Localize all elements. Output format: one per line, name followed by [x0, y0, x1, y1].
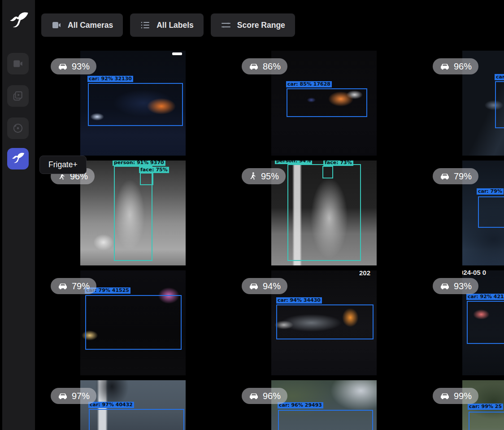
all-cameras-button[interactable]: All Cameras	[41, 13, 123, 37]
detection-card[interactable]: person: 91% 9370face: 75%96%	[42, 161, 233, 265]
score-label: 79%	[454, 171, 472, 182]
snapshot-image[interactable]: person: 91% 9370face: 75%	[80, 161, 186, 265]
filter-bar: All Cameras All Labels Score Range	[41, 13, 295, 37]
bbox	[287, 88, 367, 117]
sidebar-item-review[interactable]	[7, 85, 29, 107]
car-icon	[439, 171, 450, 182]
bbox-label: car: 97% 40432	[88, 402, 134, 408]
timestamp-overlay: 024-05 0	[462, 270, 486, 276]
frigate-plus-tooltip: Frigate+	[39, 156, 87, 174]
camera-icon	[12, 58, 24, 69]
bbox-label: face: 75%	[139, 167, 169, 173]
snapshot-image[interactable]: person: 94%face: 73%	[271, 161, 377, 265]
image-marker	[172, 52, 182, 55]
score-range-button[interactable]: Score Range	[211, 13, 295, 37]
score-label: 97%	[72, 391, 90, 401]
bbox	[88, 83, 183, 126]
detection-card[interactable]: car: 95% 4526096%	[424, 51, 504, 156]
bbox-label: car: 99% 25	[468, 404, 503, 410]
sliders-icon	[221, 20, 231, 30]
bbox	[85, 295, 182, 350]
detection-card[interactable]: 202car: 94% 3443094%	[233, 270, 424, 375]
score-badge: 96%	[242, 388, 287, 404]
bbox-label: car: 95% 45260	[495, 74, 504, 80]
detection-card[interactable]: car: 85% 1762886%	[233, 51, 424, 156]
bbox-label: face: 73%	[323, 161, 353, 166]
all-labels-button[interactable]: All Labels	[130, 13, 204, 37]
detection-card[interactable]: car: 96% 2949396%	[233, 380, 424, 430]
score-label: 79%	[72, 281, 90, 291]
bbox-label: car: 92% 4218	[466, 294, 504, 300]
car-icon	[248, 281, 259, 291]
camera-filter-icon	[51, 20, 62, 30]
bbox-label: person: 91% 9370	[113, 161, 165, 166]
bbox	[495, 81, 504, 128]
bbox-label: car: 92% 32130	[87, 76, 133, 82]
score-label: 96%	[263, 391, 281, 401]
car-icon	[439, 281, 450, 291]
all-labels-label: All Labels	[156, 21, 194, 30]
bbox-label: car: 94% 34430	[276, 297, 322, 304]
export-icon	[12, 122, 24, 134]
bbox	[278, 410, 373, 430]
snapshot-image[interactable]: car: 97% 40432	[80, 380, 186, 430]
score-badge: 97%	[51, 388, 96, 404]
score-badge: 96%	[433, 58, 478, 74]
score-badge: 93%	[51, 58, 96, 74]
car-icon	[57, 281, 68, 291]
bbox	[140, 173, 153, 185]
detection-card[interactable]: car: 79%79%	[424, 161, 504, 265]
bbox-label: car: 96% 29493	[278, 402, 323, 408]
frigate-logo-icon	[9, 11, 29, 31]
review-icon	[12, 90, 24, 102]
bbox	[478, 196, 504, 228]
detection-card[interactable]: car: 99% 2599%	[424, 380, 504, 430]
bbox	[469, 412, 504, 430]
score-label: 86%	[263, 61, 281, 72]
detection-card[interactable]: car: 97% 4043297%	[42, 380, 233, 430]
score-range-label: Score Range	[237, 21, 285, 30]
tooltip-label: Frigate+	[48, 160, 78, 169]
score-label: 95%	[261, 171, 279, 182]
sidebar-item-export[interactable]	[7, 117, 29, 139]
score-badge: 79%	[433, 168, 478, 184]
sidebar	[0, 0, 35, 430]
all-cameras-label: All Cameras	[68, 21, 113, 30]
person-icon	[248, 171, 257, 181]
score-label: 94%	[263, 281, 281, 291]
timestamp-overlay: 202	[359, 270, 370, 277]
snapshot-image[interactable]: car: 96% 29493	[271, 380, 377, 430]
bbox	[276, 304, 374, 339]
car-icon	[439, 391, 450, 401]
detection-card[interactable]: person: 94%face: 73%95%	[233, 161, 424, 265]
bbox-label: person: 94%	[275, 161, 312, 164]
score-badge: 79%	[51, 278, 96, 294]
frigate-plus-icon	[11, 152, 25, 165]
bbox	[467, 301, 504, 344]
car-icon	[248, 61, 259, 72]
sidebar-item-frigate-plus[interactable]	[7, 148, 29, 169]
car-icon	[248, 391, 259, 401]
car-icon	[57, 391, 68, 401]
frigate-logo[interactable]	[8, 10, 30, 32]
score-badge: 95%	[242, 168, 286, 184]
bbox	[287, 164, 361, 261]
sidebar-item-live[interactable]	[7, 53, 29, 74]
car-icon	[439, 61, 450, 72]
score-badge: 94%	[242, 278, 287, 294]
score-badge: 93%	[433, 278, 478, 294]
score-label: 93%	[72, 61, 90, 72]
bbox-label: car: 79%	[477, 188, 504, 195]
score-badge: 86%	[242, 58, 287, 74]
score-badge: 99%	[433, 388, 478, 404]
detection-card[interactable]: 024-05 0car: 92% 421893%	[424, 270, 504, 375]
car-icon	[57, 61, 68, 72]
list-icon	[140, 20, 151, 30]
detection-card[interactable]: car: 79% 4152579%	[42, 270, 233, 375]
bbox-label: car: 85% 17628	[286, 81, 332, 87]
score-label: 99%	[454, 391, 472, 401]
bbox	[322, 166, 333, 178]
score-label: 96%	[454, 61, 472, 72]
bbox	[89, 409, 184, 430]
detection-card[interactable]: car: 92% 3213093%	[42, 51, 233, 156]
